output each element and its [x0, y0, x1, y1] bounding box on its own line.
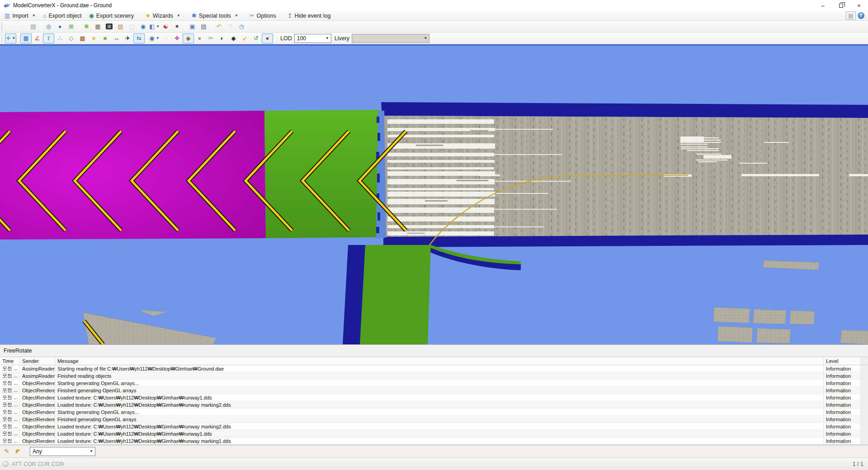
object-editor-button[interactable]: ❋	[81, 22, 92, 32]
ground-apple-button[interactable]: ●	[262, 33, 273, 43]
earth-view-icon: ◉	[141, 24, 146, 29]
event-text-button[interactable]: ▤	[28, 22, 39, 32]
column-header-message[interactable]: Message	[55, 357, 824, 365]
swatch-yellow-button[interactable]: ■	[88, 33, 99, 43]
wire-sphere-button[interactable]: ◌	[160, 33, 171, 43]
livery-combobox[interactable]: ▼	[352, 34, 429, 43]
menu-options[interactable]: ✂Options	[246, 11, 280, 20]
edit-filter-icon[interactable]: ✎	[2, 447, 12, 456]
close-button[interactable]: ×	[850, 0, 868, 11]
lod-label: LOD	[280, 35, 292, 42]
log-view-button[interactable]: ▤	[198, 22, 209, 32]
taxiway-tile	[756, 328, 791, 343]
placement-button[interactable]: ●	[54, 22, 66, 32]
toolbar-grip[interactable]	[1, 23, 4, 31]
axes-button[interactable]: ∠	[32, 33, 43, 43]
clear-filter-icon[interactable]: ◤	[13, 447, 23, 456]
earth-view-button[interactable]: ◉	[137, 22, 149, 32]
skeleton-button[interactable]: ✶	[171, 22, 183, 32]
points-button[interactable]: ∴	[54, 33, 66, 43]
material-editor-button[interactable]: ▨	[115, 22, 126, 32]
log-cell-time: 오전 ...	[0, 430, 20, 437]
menu-hide-event-log[interactable]: ↥Hide event log	[284, 11, 335, 20]
log-row[interactable]: 오전 ...ObjectRendererLoaded texture: C:₩U…	[0, 437, 868, 445]
swatch-green-button[interactable]: ■	[99, 33, 111, 43]
texture-editor-button[interactable]: ▦	[92, 22, 104, 32]
log-row[interactable]: 오전 ...ObjectRendererStarting generating …	[0, 409, 868, 416]
log-cell-time: 오전 ...	[0, 365, 20, 372]
column-header-sender[interactable]: Sender	[20, 357, 55, 365]
menu-label: Options	[257, 13, 276, 19]
wireframe-button[interactable]: ◇	[66, 33, 77, 43]
event-log-panel-icon[interactable]: ▤	[846, 11, 856, 20]
log-cell-level: Information	[824, 387, 861, 394]
select-mode-button[interactable]: ◧▼	[149, 22, 160, 32]
gray-sphere-button[interactable]: ●	[194, 33, 205, 43]
main-toolbar: ←→▤◎●⊞❋▦▥▨▢◉◧▼☯✶▣▤↶↷◷	[0, 21, 868, 33]
menu-wizards[interactable]: ★Wizards▼	[142, 11, 184, 20]
restore-button[interactable]	[832, 0, 850, 11]
log-cell-msg: Loaded texture: C:₩Users₩yh112₩Desktop₩G…	[55, 394, 824, 401]
log-row[interactable]: 오전 ...ObjectRendererLoaded texture: C:₩U…	[0, 423, 868, 430]
textured-button[interactable]: ▩	[77, 33, 88, 43]
toolbar-grip[interactable]	[1, 34, 4, 42]
event-log-header: Time Sender Message Level	[0, 357, 868, 365]
sun-rays-button[interactable]: ⇙	[239, 33, 250, 43]
log-row[interactable]: 오전 ...ObjectRendererLoaded texture: C:₩U…	[0, 394, 868, 401]
column-header-level[interactable]: Level	[824, 357, 861, 365]
animation-editor-button[interactable]: ▥	[104, 22, 115, 32]
undo-button[interactable]: ↶	[213, 22, 225, 32]
minimize-button[interactable]: –	[814, 0, 832, 11]
grid-button[interactable]: ▦	[20, 33, 32, 43]
log-row[interactable]: 오전 ...AssimpReaderFinished reading objec…	[0, 372, 868, 380]
forward-button[interactable]: →	[16, 22, 28, 32]
log-row[interactable]: 오전 ...ObjectRendererFinished generating …	[0, 387, 868, 394]
checker-ball-button[interactable]: ◐	[217, 33, 228, 43]
3d-viewport[interactable]	[0, 44, 868, 344]
status-bar: ATT COR CUR COR 1 / 1	[0, 457, 868, 470]
log-cell-msg: Finished generating OpenGL arrays	[55, 387, 824, 394]
log-row[interactable]: 오전 ...ObjectRendererFinished generating …	[0, 416, 868, 423]
log-cell-sender: ObjectRenderer	[20, 430, 55, 437]
refresh-button[interactable]: ↺	[250, 33, 262, 43]
log-cell-level: Information	[824, 380, 861, 386]
view-toolbar: ✛▼▦∠ℓ∴◇▩■■↔✈⇆◉▼◌❖◆●✂◐◆⇙↺● LOD 100▼ Liver…	[0, 33, 868, 44]
path-cut-button[interactable]: ✂	[205, 33, 217, 43]
lod-combobox[interactable]: 100▼	[294, 34, 331, 43]
hierarchy-button[interactable]: ⊞	[66, 22, 77, 32]
camera-mode-label: FreeRotate	[4, 348, 32, 354]
dimensions-button[interactable]: ↔	[111, 33, 122, 43]
menu-special-tools[interactable]: ✱Special tools▼	[188, 11, 242, 20]
refresh-icon: ↺	[254, 35, 259, 41]
log-row[interactable]: 오전 ...ObjectRendererStarting generating …	[0, 380, 868, 387]
merge-objects-button[interactable]: ☯	[160, 22, 171, 32]
redo-icon: ↷	[228, 24, 233, 29]
menu-export-object[interactable]: ⌂Export object	[39, 11, 85, 20]
log-cell-level: Information	[824, 365, 861, 372]
weight-icon: ◆	[231, 35, 236, 41]
chevron-down-icon: ▼	[32, 14, 36, 18]
extra-editor-button[interactable]: ▢	[126, 22, 137, 32]
menu-import[interactable]: ▥Import▼	[1, 11, 39, 20]
menu-export-scenery[interactable]: ◉Export scenery	[85, 11, 137, 20]
log-cell-gutter	[861, 401, 868, 408]
image-view-button[interactable]: ▣	[187, 22, 198, 32]
color-cube-button[interactable]: ❖	[171, 33, 183, 43]
camera-button[interactable]: ◉▼	[149, 33, 160, 43]
weight-button[interactable]: ◆	[228, 33, 239, 43]
fit-view-button[interactable]: ✛▼	[5, 33, 16, 43]
find-button[interactable]: ◎	[43, 22, 54, 32]
log-level-filter-combobox[interactable]: Any▼	[30, 447, 95, 456]
log-row[interactable]: 오전 ...AssimpReaderStarting reading of fi…	[0, 365, 868, 372]
log-row[interactable]: 오전 ...ObjectRendererLoaded texture: C:₩U…	[0, 401, 868, 409]
crossed-arrows-button[interactable]: ⇆	[133, 33, 145, 43]
log-row[interactable]: 오전 ...ObjectRendererLoaded texture: C:₩U…	[0, 430, 868, 437]
redo-button[interactable]: ↷	[225, 22, 236, 32]
column-header-time[interactable]: Time	[0, 357, 20, 365]
help-icon[interactable]: ?	[858, 12, 864, 19]
brown-cube-button[interactable]: ◆	[183, 33, 194, 43]
back-button[interactable]: ←	[5, 22, 16, 32]
history-button[interactable]: ◷	[236, 22, 247, 32]
attach-button[interactable]: ℓ	[43, 33, 54, 43]
aircraft-button[interactable]: ✈	[122, 33, 133, 43]
